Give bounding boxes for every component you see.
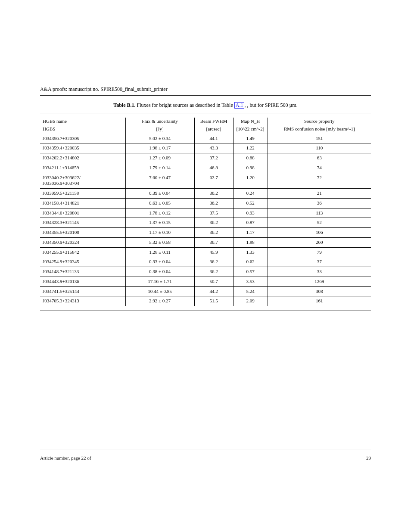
cell: J034148.7+321133	[40, 267, 125, 277]
cell: J034741.5+325144	[40, 286, 125, 296]
cell: 36.2	[194, 218, 233, 228]
table-row: J034350.9+3203245.32 ± 0.5836.71.88260	[40, 237, 371, 247]
cell: 36.2	[194, 257, 233, 267]
cell: J034355.5+320100	[40, 228, 125, 238]
table-row: J034355.5+3201001.17 ± 0.1036.21.17106	[40, 228, 371, 238]
cell: 0.88	[233, 153, 268, 163]
table-bottom-rule	[40, 311, 371, 311]
col-flux-unit: [Jy]	[125, 125, 194, 134]
cell: 44.1	[194, 134, 233, 143]
col-hgbs-name: HGBS name	[40, 118, 125, 125]
cell: J034254.9+320345	[40, 257, 125, 267]
cell: 17.16 ± 1.71	[125, 277, 194, 286]
cell: 1.88	[233, 237, 268, 247]
col-nh: Map N_H	[233, 118, 268, 125]
cell: J034356.7+320305	[40, 134, 125, 143]
cell: 1.33	[233, 247, 268, 257]
cell: J034202.2+314802	[40, 153, 125, 163]
cell: 0.98	[233, 163, 268, 173]
table-row: J034202.2+3148021.27 ± 0.0937.20.8863	[40, 153, 371, 163]
cell: 1.17	[233, 228, 268, 238]
col-fwhm: Beam FWHM	[194, 118, 233, 125]
cell: 2.09	[233, 296, 268, 306]
top-divider	[40, 95, 371, 96]
cell: 1.49	[233, 134, 268, 143]
cell: 0.87	[233, 218, 268, 228]
cell: 1.79 ± 0.14	[125, 163, 194, 173]
table-row: J034359.4+3200351.98 ± 0.1743.31.22110	[40, 143, 371, 153]
table-row: J034344.0+3208011.78 ± 0.1237.50.93113	[40, 208, 371, 218]
col-property-unit: RMS confusion noise [mJy beam^-1]	[268, 125, 371, 134]
cell: 5.02 ± 0.34	[125, 134, 194, 143]
cell: 260	[268, 237, 371, 247]
cell: 10.44 ± 0.85	[125, 286, 194, 296]
cell: J034705.3+324313	[40, 296, 125, 306]
table-top-rule	[40, 113, 371, 113]
cell: 1.22	[233, 143, 268, 153]
table-header-row-1: HGBS name Flux & uncertainty Beam FWHM M…	[40, 118, 371, 125]
cell: 113	[268, 208, 371, 218]
cell: 3.53	[233, 277, 268, 286]
cell: 1.78 ± 0.12	[125, 208, 194, 218]
cell: 1.27 ± 0.09	[125, 153, 194, 163]
cell: 50.7	[194, 277, 233, 286]
cell: 33	[268, 267, 371, 277]
cell: 161	[268, 296, 371, 306]
cell: 2.92 ± 0.27	[125, 296, 194, 306]
cell: 0.52	[233, 198, 268, 208]
cell: 62.7	[194, 173, 233, 189]
cell: J034359.4+320035	[40, 143, 125, 153]
table-row: J034158.4+3148210.63 ± 0.0536.20.5236	[40, 198, 371, 208]
cell: 1.37 ± 0.15	[125, 218, 194, 228]
cell: 79	[268, 247, 371, 257]
cell: 21	[268, 189, 371, 199]
cell: 0.24	[233, 189, 268, 199]
table-row: J034705.3+3243132.92 ± 0.2751.52.09161	[40, 296, 371, 306]
cell: J034158.4+314821	[40, 198, 125, 208]
flux-table: HGBS name Flux & uncertainty Beam FWHM M…	[40, 118, 371, 306]
col-fwhm-unit: [arcsec]	[194, 125, 233, 134]
cell: 0.93	[233, 208, 268, 218]
page-footer: Article number, page 22 of 29	[40, 455, 371, 460]
cell: 72	[268, 173, 371, 189]
cell: 46.8	[194, 163, 233, 173]
cell: 1.17 ± 0.10	[125, 228, 194, 238]
cell: 45.9	[194, 247, 233, 257]
cell: 1.20	[233, 173, 268, 189]
cell: J033959.5+321158	[40, 189, 125, 199]
table-row: J033040.2+303622/ J033036.9+3037047.60 ±…	[40, 173, 371, 189]
table-row: J034148.7+3211330.38 ± 0.0436.20.5733	[40, 267, 371, 277]
page-content: A&A proofs: manuscript no. SPIRE500_fina…	[40, 86, 371, 450]
cell: 36.2	[194, 228, 233, 238]
table-row: J034211.1+3146591.79 ± 0.1446.80.9874	[40, 163, 371, 173]
cell: 0.62	[233, 257, 268, 267]
cell: 36.2	[194, 189, 233, 199]
table-label: Table B.1.	[113, 102, 135, 108]
cell: J034328.3+321145	[40, 218, 125, 228]
table-ref-link[interactable]: A.1	[234, 102, 245, 109]
cell: J034211.1+314659	[40, 163, 125, 173]
cell: 110	[268, 143, 371, 153]
journal-name: A&A proofs:	[40, 86, 67, 92]
table-row: J033959.5+3211580.39 ± 0.0436.20.2421	[40, 189, 371, 199]
cell: 106	[268, 228, 371, 238]
cell: 37.5	[194, 208, 233, 218]
cell: J034350.9+320324	[40, 237, 125, 247]
cell: 43.3	[194, 143, 233, 153]
cell: 44.2	[194, 286, 233, 296]
table-row: J034254.9+3203450.33 ± 0.0436.20.6237	[40, 257, 371, 267]
col-hgbs-unit: HGBS	[40, 125, 125, 134]
cell: 1.98 ± 0.17	[125, 143, 194, 153]
cell: 37.2	[194, 153, 233, 163]
caption-after: , but for SPIRE 500 µm.	[247, 102, 297, 108]
cell: 36.7	[194, 237, 233, 247]
cell: 0.33 ± 0.04	[125, 257, 194, 267]
cell: 308	[268, 286, 371, 296]
cell: 151	[268, 134, 371, 143]
cell: 5.24	[233, 286, 268, 296]
cell: 5.32 ± 0.58	[125, 237, 194, 247]
cell: J034344.0+320801	[40, 208, 125, 218]
cell: J033040.2+303622/ J033036.9+303704	[40, 173, 125, 189]
cell: J034443.9+320136	[40, 277, 125, 286]
article-number: Article number, page 22 of	[40, 455, 91, 460]
